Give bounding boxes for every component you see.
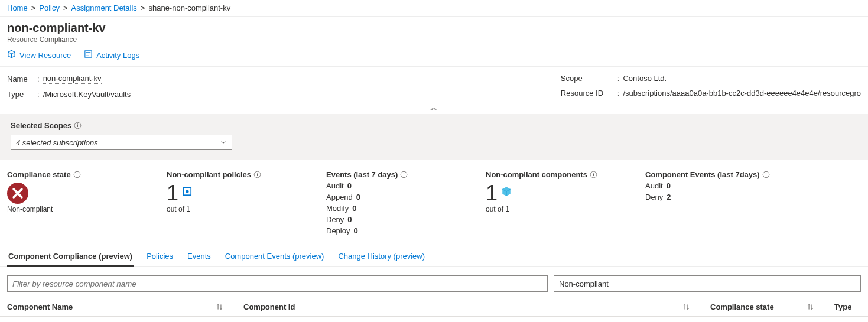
collapse-handle[interactable]: ︽ (0, 102, 868, 114)
page-title: non-compliant-kv (7, 21, 861, 35)
compliance-state-filter-text: Non-compliant (559, 279, 609, 288)
event-value: 0 (353, 226, 357, 235)
tab-change-history[interactable]: Change History (preview) (337, 247, 426, 266)
info-icon[interactable] (400, 171, 408, 178)
nc-policies-title: Non-compliant policies (167, 170, 251, 179)
toolbar: View Resource Activity Logs (0, 46, 868, 67)
cell-component-name: maxvalidity-noncompliant-cert (0, 317, 236, 323)
tab-component-events[interactable]: Component Events (preview) (224, 247, 326, 266)
event-label: Deploy (326, 226, 350, 235)
col-component-name[interactable]: Component Name (7, 303, 73, 311)
events-title: Events (last 7 days) (326, 170, 398, 179)
cell-component-id: maxvalidity-noncompliant-cert (236, 317, 703, 323)
event-label: Deny (645, 193, 663, 201)
info-icon[interactable] (762, 171, 770, 178)
activity-logs-button[interactable]: Activity Logs (84, 50, 139, 60)
prop-type-label: Type (7, 90, 34, 99)
page-subtitle: Resource Compliance (7, 35, 861, 44)
nc-components-title: Non-compliant components (486, 170, 587, 179)
compliance-state-title: Compliance state (7, 170, 71, 179)
chevron-down-icon (220, 138, 227, 147)
filter-input[interactable] (7, 275, 548, 292)
scopes-dropdown-text: 4 selected subscriptions (16, 138, 98, 147)
stats-section: Compliance state Non-compliant Non-compl… (0, 160, 868, 241)
event-value: 0 (347, 215, 352, 224)
view-resource-button[interactable]: View Resource (7, 50, 71, 60)
cube-icon (7, 50, 16, 60)
breadcrumb: Home > Policy > Assignment Details > sha… (0, 0, 868, 17)
sort-icon[interactable] (216, 303, 223, 311)
event-label: Audit (326, 181, 344, 190)
breadcrumb-assignment[interactable]: Assignment Details (71, 4, 137, 12)
event-label: Deny (326, 215, 344, 224)
prop-name-label: Name (7, 74, 34, 83)
event-value: 0 (352, 204, 356, 213)
info-icon[interactable] (253, 171, 261, 178)
stat-compliance-state: Compliance state Non-compliant (7, 170, 167, 235)
prop-row-resid: Resource ID : /subscriptions/aaaa0a0a-bb… (561, 89, 861, 97)
tab-bar: Component Compliance (preview) Policies … (0, 247, 868, 267)
event-value: 0 (667, 181, 671, 190)
selected-scopes-label: Selected Scopes (11, 121, 71, 130)
component-events-title: Component Events (last 7days) (645, 170, 760, 179)
properties-section: Name : non-compliant-kv Type : /Microsof… (0, 67, 868, 105)
col-compliance-state[interactable]: Compliance state (710, 303, 774, 311)
activity-log-icon (84, 50, 93, 60)
tab-component-compliance[interactable]: Component Compliance (preview) (7, 247, 134, 267)
selected-scopes-section: Selected Scopes 4 selected subscriptions (0, 114, 868, 160)
prop-resid-value: /subscriptions/aaaa0a0a-bb1b-cc2c-dd3d-e… (623, 89, 861, 97)
events-list: Audit 0 Append 0 Modify 0 Deny 0 Deploy … (326, 181, 486, 235)
compliance-state-filter-dropdown[interactable]: Non-compliant (554, 275, 861, 292)
nc-components-number: 1 (486, 183, 498, 204)
prop-type-value: /Microsoft.KeyVault/vaults (43, 90, 131, 99)
svg-point-6 (257, 173, 258, 173)
nc-policies-number: 1 (167, 183, 178, 204)
col-component-id[interactable]: Component Id (243, 303, 295, 311)
info-icon[interactable] (73, 171, 81, 178)
svg-point-8 (186, 190, 188, 193)
svg-point-10 (404, 173, 404, 173)
stat-nc-components: Non-compliant components 1 out of 1 (486, 170, 645, 235)
svg-point-14 (765, 173, 766, 173)
scopes-dropdown[interactable]: 4 selected subscriptions (11, 135, 232, 150)
prop-row-type: Type : /Microsoft.KeyVault/vaults (7, 90, 131, 99)
event-label: Modify (326, 204, 349, 213)
event-value: 2 (667, 193, 671, 201)
breadcrumb-home[interactable]: Home (7, 4, 28, 12)
breadcrumb-sep: > (141, 4, 145, 12)
breadcrumb-sep: > (31, 4, 36, 12)
svg-point-4 (77, 173, 77, 173)
cell-type: Certif (827, 317, 868, 323)
sort-icon[interactable] (682, 303, 690, 311)
compliance-state-value: Non-compliant (7, 205, 167, 213)
event-label: Audit (645, 181, 663, 190)
stat-component-events: Component Events (last 7days) Audit 0 De… (645, 170, 805, 235)
policy-icon (182, 183, 193, 204)
stat-events: Events (last 7 days) Audit 0 Append 0 Mo… (326, 170, 486, 235)
breadcrumb-policy[interactable]: Policy (39, 4, 60, 12)
non-compliant-badge-icon (7, 183, 28, 204)
tab-policies[interactable]: Policies (145, 247, 174, 266)
chevron-double-up-icon: ︽ (430, 103, 438, 112)
tab-events[interactable]: Events (186, 247, 212, 266)
component-cube-icon (501, 183, 512, 204)
col-type[interactable]: Type (827, 298, 868, 317)
svg-point-12 (593, 173, 594, 173)
filter-row: Non-compliant (0, 267, 868, 298)
component-events-list: Audit 0 Deny 2 (645, 181, 805, 201)
event-value: 0 (347, 181, 352, 190)
prop-resid-label: Resource ID (561, 89, 614, 97)
sort-icon[interactable] (807, 303, 814, 311)
info-icon[interactable] (74, 122, 82, 129)
prop-row-scope: Scope : Contoso Ltd. (561, 74, 861, 83)
nc-components-sub: out of 1 (486, 205, 645, 213)
activity-logs-label: Activity Logs (96, 51, 139, 60)
breadcrumb-current: shane-non-compliant-kv (148, 4, 230, 12)
prop-row-name: Name : non-compliant-kv (7, 74, 131, 84)
table-row[interactable]: maxvalidity-noncompliant-cert maxvalidit… (0, 317, 868, 323)
info-icon[interactable] (590, 171, 597, 178)
event-label: Append (326, 193, 353, 201)
svg-point-2 (77, 123, 78, 124)
prop-scope-value: Contoso Ltd. (623, 74, 667, 83)
prop-name-value[interactable]: non-compliant-kv (43, 74, 102, 84)
